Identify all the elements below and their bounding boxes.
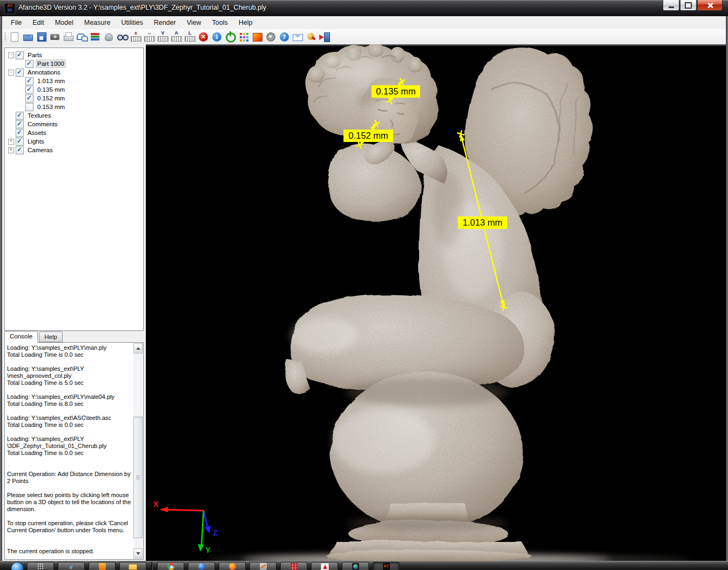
tree-expander[interactable]: - [8, 70, 14, 76]
taskbar-flash[interactable] [280, 562, 307, 570]
comments-toolbar-button[interactable] [76, 31, 88, 43]
print-toolbar-button[interactable] [62, 31, 75, 43]
menu-view[interactable]: View [181, 17, 207, 29]
tree-checkbox[interactable] [16, 69, 24, 77]
model-info-toolbar-button[interactable] [103, 31, 115, 43]
measure-x-toolbar-button[interactable]: x [130, 31, 142, 43]
save-toolbar-button[interactable] [35, 31, 48, 43]
taskbar-map-app[interactable] [342, 562, 369, 570]
maximize-button[interactable] [680, 0, 697, 11]
exit-toolbar-button[interactable] [319, 31, 331, 43]
library-books-toolbar-button[interactable] [89, 31, 102, 43]
tree-checkbox[interactable] [25, 60, 33, 68]
power-toolbar-button[interactable] [224, 31, 237, 43]
measure-angle-toolbar-button[interactable]: A [170, 31, 183, 43]
tree-checkbox[interactable] [25, 77, 33, 85]
menu-model[interactable]: Model [50, 17, 79, 29]
left-panel: -PartsPart 1000-Annotations1.013 mm0.135… [2, 44, 146, 561]
help-toolbar-button[interactable]: ? [278, 31, 291, 43]
measure-x-icon: x [130, 30, 142, 36]
taskbar-media-app[interactable] [250, 562, 277, 570]
tree-item-0-152-mm[interactable]: 0.152 mm [5, 94, 143, 103]
scene-tree[interactable]: -PartsPart 1000-Annotations1.013 mm0.135… [4, 48, 144, 331]
tree-checkbox[interactable] [16, 112, 24, 120]
scroll-up-button[interactable] [133, 343, 143, 354]
minimize-button[interactable] [663, 0, 679, 11]
tree-item-0-135-mm[interactable]: 0.135 mm [5, 85, 143, 94]
tree-checkbox[interactable] [16, 146, 24, 154]
new-document-toolbar-button[interactable] [8, 31, 21, 43]
tree-item-0-153-mm[interactable]: 0.153 mm [5, 103, 143, 111]
menu-file[interactable]: File [5, 17, 27, 29]
tree-checkbox[interactable] [16, 120, 24, 128]
menu-utilities[interactable]: Utilities [116, 17, 148, 29]
start-button[interactable] [11, 562, 24, 570]
taskbar-divider [151, 562, 153, 570]
open-file-toolbar-button[interactable] [22, 31, 34, 43]
snapshot-camera-toolbar-button[interactable] [49, 31, 61, 43]
taskbar-afanche3d-active[interactable]: AT [373, 562, 400, 570]
taskbar-thunderbird[interactable] [188, 562, 215, 570]
tree-checkbox[interactable] [16, 129, 24, 137]
scroll-up-icon [136, 347, 140, 350]
stamp-toolbar-button[interactable] [305, 31, 318, 43]
tree-item-assets[interactable]: Assets [5, 128, 143, 137]
find-toolbar-button[interactable] [116, 31, 129, 43]
tree-item-comments[interactable]: Comments [5, 120, 143, 128]
maximize-icon [685, 2, 692, 9]
tree-item-annotations[interactable]: -Annotations [5, 68, 143, 77]
tree-checkbox[interactable] [25, 86, 33, 94]
tree-checkbox[interactable] [16, 138, 24, 146]
tree-expander[interactable]: - [8, 52, 14, 58]
tree-item-cameras[interactable]: +Cameras [5, 146, 143, 154]
tree-item-textures[interactable]: Textures [5, 111, 143, 120]
app-orange-icon [99, 563, 106, 570]
viewport-canvas[interactable]: 0.135 mm0.152 mm1.013 mm X Z Y [146, 44, 726, 561]
menu-help[interactable]: Help [233, 17, 258, 29]
tree-item-lights[interactable]: +Lights [5, 137, 143, 146]
thunderbird-icon [198, 563, 205, 570]
measure-v-toolbar-button[interactable]: V [157, 31, 169, 43]
scroll-thumb[interactable] [133, 417, 143, 538]
tree-expander[interactable]: + [8, 147, 14, 153]
settings-gear-toolbar-button[interactable] [265, 31, 277, 43]
taskbar-chrome[interactable] [157, 562, 184, 570]
viewport-3d[interactable]: 0.135 mm0.152 mm1.013 mm X Z Y [146, 44, 726, 561]
console-scrollbar[interactable] [133, 343, 143, 559]
info-toolbar-button[interactable]: i [211, 31, 223, 43]
tree-item-parts[interactable]: -Parts [5, 51, 143, 59]
taskbar-windows-explorer[interactable] [119, 562, 146, 570]
tree-item-label: Comments [26, 120, 59, 128]
tree-expander[interactable]: + [8, 139, 14, 145]
menu-render[interactable]: Render [149, 17, 181, 29]
tree-checkbox[interactable] [25, 103, 33, 111]
taskbar-internet-explorer[interactable]: e [58, 562, 85, 570]
tree-item-part-1000[interactable]: Part 1000 [5, 59, 143, 68]
tree-checkbox[interactable] [25, 94, 33, 103]
measure-length-icon: L [184, 30, 196, 36]
tree-checkbox[interactable] [16, 51, 24, 59]
tree-item-1-013-mm[interactable]: 1.013 mm [5, 77, 143, 85]
measure-length-toolbar-button[interactable]: L [184, 31, 196, 43]
menu-tools[interactable]: Tools [207, 17, 233, 29]
menu-edit[interactable]: Edit [27, 17, 50, 29]
taskbar-quick-launch-dots[interactable] [27, 562, 54, 570]
info-icon: i [211, 33, 223, 41]
tree-item-label: 0.135 mm [36, 86, 66, 93]
taskbar-app-orange[interactable] [89, 562, 116, 570]
email-toolbar-button[interactable] [292, 31, 304, 43]
measure-distance-toolbar-button[interactable]: ↔ [143, 31, 156, 43]
tab-console[interactable]: Console [4, 331, 38, 343]
close-button[interactable] [697, 0, 723, 11]
axis-z-label: Z [213, 528, 218, 537]
taskbar-acrobat[interactable] [311, 562, 338, 570]
cancel-operation-toolbar-button[interactable]: × [197, 31, 210, 43]
scroll-down-button[interactable] [133, 548, 143, 559]
color-swatch-toolbar-button[interactable] [251, 31, 264, 43]
menu-measure[interactable]: Measure [79, 17, 116, 29]
taskbar-firefox[interactable] [219, 562, 246, 570]
tab-help[interactable]: Help [39, 331, 63, 342]
tree-item-label: Textures [26, 112, 52, 119]
measure-v-icon: V [157, 30, 169, 36]
palette-toolbar-button[interactable] [238, 31, 250, 43]
